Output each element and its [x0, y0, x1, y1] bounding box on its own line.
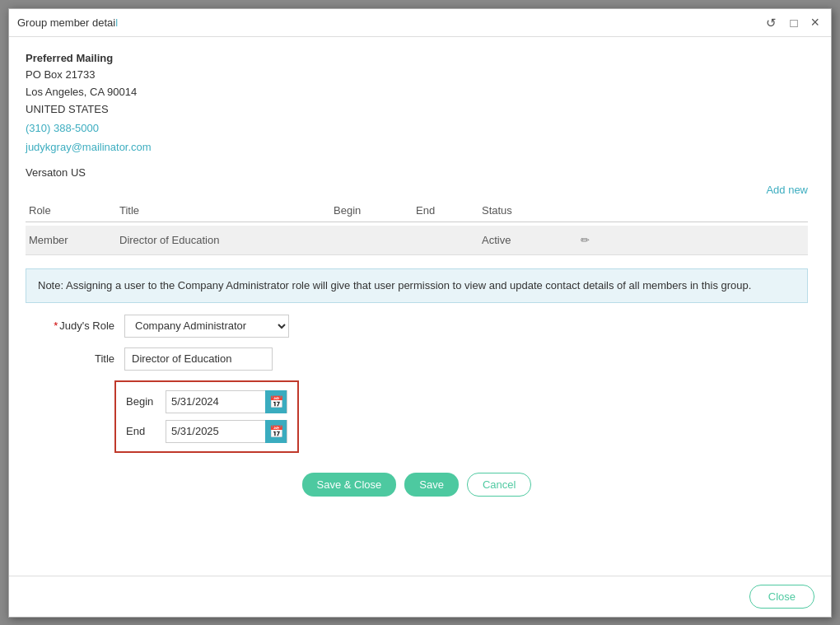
maximize-icon: □: [790, 16, 797, 30]
col-header-begin: Begin: [330, 203, 413, 218]
refresh-button[interactable]: ↺: [763, 15, 780, 30]
end-label: End: [126, 425, 166, 437]
close-button[interactable]: ×: [807, 13, 823, 31]
required-star: *: [54, 319, 58, 332]
role-select[interactable]: Company Administrator Member Director: [124, 315, 289, 338]
note-text: Note: Assigning a user to the Company Ad…: [38, 279, 751, 292]
note-box: Note: Assigning a user to the Company Ad…: [26, 268, 808, 303]
button-row: Save & Close Save Cancel: [26, 473, 808, 497]
title-bar-controls: ↺ □ ×: [763, 13, 823, 31]
title-row: Title: [26, 347, 808, 371]
city-state: Los Angeles, CA 90014: [26, 84, 808, 101]
country: UNITED STATES: [26, 101, 808, 119]
close-x-icon: ×: [810, 14, 819, 30]
po-box: PO Box 21733: [26, 67, 808, 84]
end-date-input[interactable]: [166, 421, 265, 442]
add-new-row: Add new: [26, 184, 808, 196]
role-label: *Judy's Role: [26, 319, 124, 332]
refresh-icon: ↺: [766, 16, 777, 30]
phone-link[interactable]: (310) 388-5000: [26, 119, 808, 138]
org-name: Versaton US: [26, 166, 808, 179]
row-edit[interactable]: ✏: [577, 232, 610, 248]
save-close-button[interactable]: Save & Close: [302, 473, 397, 497]
maximize-button[interactable]: □: [786, 15, 800, 30]
title-input[interactable]: [124, 347, 273, 371]
cancel-button[interactable]: Cancel: [467, 473, 531, 497]
begin-row: Begin 📅: [126, 390, 287, 413]
title-bar-left: Group member detail: [17, 16, 118, 29]
edit-pencil-icon[interactable]: ✏: [581, 234, 590, 246]
begin-calendar-button[interactable]: 📅: [265, 390, 287, 413]
end-row: End 📅: [126, 420, 287, 443]
col-header-end: End: [413, 203, 478, 218]
calendar-icon-end: 📅: [269, 425, 283, 438]
table-header: Role Title Begin End Status: [26, 199, 808, 222]
row-begin: [330, 239, 413, 242]
row-status: Active: [478, 232, 577, 248]
begin-end-section: Begin 📅 End: [114, 380, 299, 453]
group-member-detail-dialog: Group member detail ↺ □ × Preferred Mail…: [8, 8, 832, 618]
begin-label: Begin: [126, 395, 166, 408]
table-row: Member Director of Education Active ✏: [26, 226, 808, 255]
add-new-link[interactable]: Add new: [766, 184, 808, 196]
dialog-footer: Close: [9, 576, 831, 617]
scrollable-content[interactable]: Preferred Mailing PO Box 21733 Los Angel…: [9, 37, 831, 576]
begin-date-input[interactable]: [166, 391, 265, 413]
email-link[interactable]: judykgray@mailinator.com: [26, 138, 808, 156]
dialog-body: Preferred Mailing PO Box 21733 Los Angel…: [9, 37, 831, 576]
save-button[interactable]: Save: [404, 473, 459, 497]
preferred-mailing-label: Preferred Mailing: [26, 50, 808, 68]
role-row: *Judy's Role Company Administrator Membe…: [26, 315, 808, 338]
col-header-role: Role: [26, 203, 116, 218]
title-highlight: l: [115, 16, 118, 29]
close-footer-button[interactable]: Close: [749, 585, 814, 609]
title-label: Title: [26, 352, 124, 365]
form-section: *Judy's Role Company Administrator Membe…: [26, 315, 808, 497]
end-calendar-button[interactable]: 📅: [265, 420, 287, 443]
end-date-wrap: 📅: [166, 420, 287, 443]
row-title: Director of Education: [116, 232, 330, 248]
row-end: [413, 239, 478, 242]
dialog-title: Group member detail: [17, 16, 118, 29]
row-role: Member: [26, 232, 116, 248]
address-block: Preferred Mailing PO Box 21733 Los Angel…: [26, 50, 808, 157]
title-bar: Group member detail ↺ □ ×: [9, 9, 831, 37]
col-header-status: Status: [478, 203, 577, 218]
calendar-icon-begin: 📅: [269, 395, 283, 408]
col-header-title: Title: [116, 203, 330, 218]
begin-date-wrap: 📅: [166, 390, 287, 413]
col-header-actions: [577, 203, 610, 218]
